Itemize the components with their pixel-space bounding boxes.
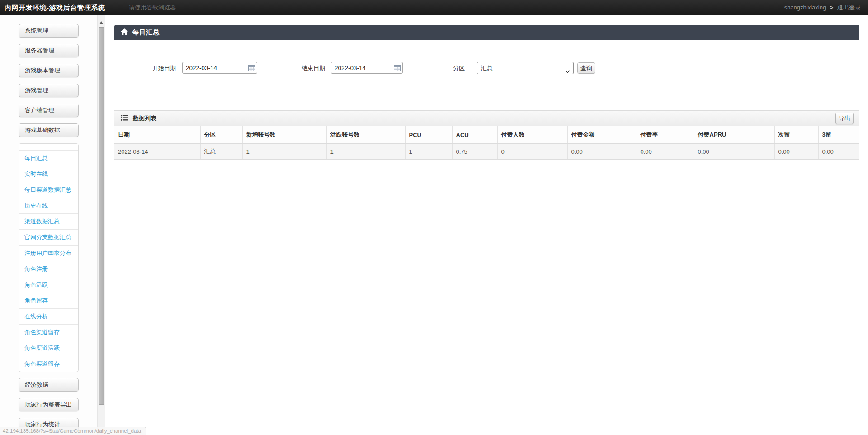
- table-header-cell: 付费APRU: [694, 126, 774, 144]
- table-header-cell: 付费人数: [497, 126, 567, 144]
- username: shangzhixiaxing: [784, 4, 826, 11]
- page-header: 每日汇总: [114, 25, 859, 40]
- table-header-cell: PCU: [405, 126, 452, 144]
- submenu-item: 实时在线: [19, 166, 78, 182]
- sidebar-group-button[interactable]: 经济数据: [19, 378, 79, 392]
- sidebar-group-button[interactable]: 游戏管理: [19, 84, 79, 97]
- home-icon: [121, 28, 128, 37]
- export-button[interactable]: 导出: [835, 113, 854, 124]
- table-cell: 汇总: [200, 144, 242, 160]
- submenu-spacer: [19, 144, 78, 150]
- table-cell: 2022-03-14: [114, 144, 200, 160]
- data-list-title: 数据列表: [133, 114, 156, 123]
- page-title: 每日汇总: [132, 28, 160, 37]
- table-cell: 0.75: [452, 144, 497, 160]
- submenu-link[interactable]: 官网分支数据汇总: [19, 230, 78, 245]
- table-cell: 0: [497, 144, 567, 160]
- triangle-up-icon: [99, 21, 103, 24]
- submenu-link[interactable]: 在线分析: [19, 309, 78, 324]
- sidebar-submenu: 每日汇总实时在线每日渠道数据汇总历史在线渠道数据汇总官网分支数据汇总注册用户国家…: [19, 143, 79, 372]
- data-table: 日期分区新增账号数活跃账号数PCUACU付费人数付费金额付费率付费APRU次留3…: [114, 126, 859, 160]
- sidebar-group-button[interactable]: 游戏基础数据: [19, 123, 79, 137]
- submenu-link[interactable]: 每日渠道数据汇总: [19, 182, 78, 198]
- submenu-link[interactable]: 历史在线: [19, 198, 78, 213]
- submenu-item: 官网分支数据汇总: [19, 229, 78, 245]
- table-header-cell: 新增账号数: [242, 126, 326, 144]
- submenu-link[interactable]: 角色渠道留存: [19, 325, 78, 340]
- submenu-item: 每日渠道数据汇总: [19, 182, 78, 198]
- submenu-link[interactable]: 角色活跃: [19, 277, 78, 293]
- calendar-icon[interactable]: [248, 65, 255, 73]
- table-cell: 0.00: [774, 144, 818, 160]
- user-area: shangzhixiaxing > 退出登录: [784, 0, 861, 15]
- submenu-item: 角色渠道留存: [19, 356, 78, 372]
- chevron-right-icon: >: [830, 4, 834, 11]
- page: 内网开发环境-游戏后台管理系统 请使用谷歌浏览器 shangzhixiaxing…: [0, 0, 868, 435]
- start-date-wrap: [182, 62, 257, 74]
- list-icon: [121, 114, 128, 123]
- submenu-item: 角色渠道活跃: [19, 340, 78, 356]
- table-header-cell: 付费金额: [567, 126, 637, 144]
- table-header-cell: 日期: [114, 126, 200, 144]
- submenu-link[interactable]: 渠道数据汇总: [19, 214, 78, 229]
- table-cell: 0.00: [818, 144, 859, 160]
- submenu-item: 历史在线: [19, 198, 78, 213]
- sidebar-group-button[interactable]: 服务器管理: [19, 44, 79, 57]
- browser-notice: 请使用谷歌浏览器: [129, 0, 176, 15]
- submenu-link[interactable]: 角色渠道活跃: [19, 340, 78, 356]
- table-cell: 0.00: [567, 144, 637, 160]
- table-header-cell: 次留: [774, 126, 818, 144]
- app-title: 内网开发环境-游戏后台管理系统: [5, 0, 105, 15]
- submenu-item: 角色留存: [19, 293, 78, 308]
- submenu-item: 角色渠道留存: [19, 324, 78, 340]
- sidebar-group-button[interactable]: 玩家行为整表导出: [19, 398, 79, 411]
- calendar-icon[interactable]: [394, 65, 401, 73]
- submenu-item: 渠道数据汇总: [19, 213, 78, 229]
- scrollbar-up-arrow[interactable]: [98, 18, 105, 25]
- submenu-item: 角色活跃: [19, 277, 78, 293]
- table-header-cell: 活跃账号数: [326, 126, 405, 144]
- start-date-label: 开始日期: [152, 62, 176, 74]
- table-cell: 1: [242, 144, 326, 160]
- table-cell: 1: [405, 144, 452, 160]
- table-header-cell: ACU: [452, 126, 497, 144]
- table-header-row: 日期分区新增账号数活跃账号数PCUACU付费人数付费金额付费率付费APRU次留3…: [114, 126, 859, 144]
- submenu-item: 注册用户国家分布: [19, 245, 78, 261]
- chevron-down-icon: [565, 66, 570, 77]
- submenu-item: 每日汇总: [19, 150, 78, 166]
- start-date-input[interactable]: [182, 62, 257, 74]
- end-date-wrap: [331, 62, 403, 74]
- submenu-link[interactable]: 注册用户国家分布: [19, 246, 78, 261]
- submenu-link[interactable]: 实时在线: [19, 166, 78, 182]
- submenu-item: 角色注册: [19, 261, 78, 277]
- submenu-link[interactable]: 每日汇总: [19, 151, 78, 166]
- scrollbar-thumb[interactable]: [99, 27, 104, 405]
- table-cell: 1: [326, 144, 405, 160]
- sidebar-groups-bottom: 经济数据玩家行为整表导出玩家行为统计: [19, 378, 97, 431]
- status-bar-url: 42.194.135.168/?s=Stat/GameCommon/daily_…: [0, 427, 146, 435]
- table-cell: 0.00: [637, 144, 694, 160]
- table-cell: 0.00: [694, 144, 774, 160]
- sidebar-group-button[interactable]: 系统管理: [19, 24, 79, 38]
- submenu-item: 在线分析: [19, 308, 78, 324]
- table-header-cell: 付费率: [637, 126, 694, 144]
- submenu-link[interactable]: 角色注册: [19, 261, 78, 277]
- query-button[interactable]: 查询: [577, 62, 595, 74]
- table-header-cell: 分区: [200, 126, 242, 144]
- sidebar-groups-top: 系统管理服务器管理游戏版本管理游戏管理客户端管理游戏基础数据: [19, 24, 97, 137]
- sidebar-group-button[interactable]: 客户端管理: [19, 104, 79, 117]
- logout-link[interactable]: 退出登录: [837, 4, 861, 11]
- sidebar-group-button[interactable]: 游戏版本管理: [19, 64, 79, 77]
- partition-label: 分区: [453, 62, 465, 74]
- submenu-link[interactable]: 角色留存: [19, 293, 78, 308]
- sidebar: 系统管理服务器管理游戏版本管理游戏管理客户端管理游戏基础数据 每日汇总实时在线每…: [0, 15, 97, 435]
- table-header-cell: 3留: [818, 126, 859, 144]
- end-date-label: 结束日期: [302, 62, 325, 74]
- partition-select[interactable]: 汇总: [477, 62, 574, 74]
- end-date-input[interactable]: [331, 62, 403, 74]
- sidebar-scrollbar[interactable]: [97, 15, 105, 435]
- partition-selected-value: 汇总: [481, 65, 493, 71]
- top-bar: 内网开发环境-游戏后台管理系统 请使用谷歌浏览器 shangzhixiaxing…: [0, 0, 868, 15]
- table-row: 2022-03-14汇总1110.7500.000.000.000.000.00: [114, 144, 859, 160]
- submenu-link[interactable]: 角色渠道留存: [19, 356, 78, 372]
